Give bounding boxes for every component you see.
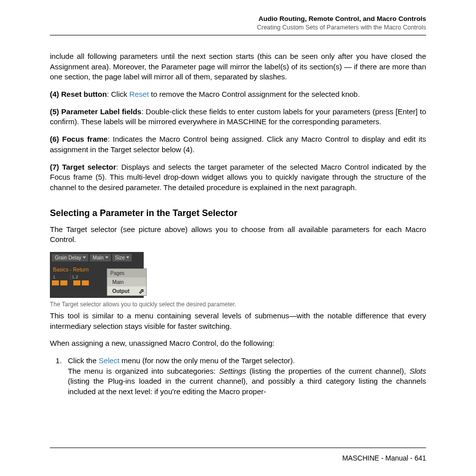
step-1: Click the Select menu (for now the only …: [64, 356, 426, 397]
cell[interactable]: [82, 280, 89, 285]
cell-row: [52, 280, 105, 285]
paragraph-intro: include all following parameters until t…: [50, 51, 426, 82]
chevron-down-icon: [126, 256, 129, 258]
step-1-mid: menu (for now the only menu of the Targe…: [119, 356, 295, 365]
basics-return-label: Basics - Return: [52, 264, 105, 273]
figure-caption: The Target selector allows you to quickl…: [50, 301, 426, 308]
paragraph-assign: When assigning a new, unassigned Macro C…: [50, 338, 426, 349]
item-4-post: to remove the Macro Control assignment f…: [149, 90, 360, 98]
page-header: Audio Routing, Remote Control, and Macro…: [50, 15, 426, 35]
paragraph-tool: This tool is similar to a menu containin…: [50, 311, 426, 331]
item-4-pre: : Click: [107, 90, 129, 98]
item-6: (6) Focus frame: Indicates the Macro Con…: [50, 134, 426, 155]
pages-dropdown[interactable]: Pages Main Output ⬀: [107, 268, 147, 296]
crumb-main[interactable]: Main: [90, 254, 111, 261]
figure-canvas: Grain Delay Main Size Basics - Return 1 …: [50, 252, 144, 298]
cell[interactable]: [60, 280, 67, 285]
cell-label-2: 1.2: [70, 274, 89, 279]
steps-list: Click the Select menu (for now the only …: [50, 356, 426, 397]
cursor-icon: ⬀: [139, 287, 144, 295]
dropdown-item-main[interactable]: Main: [107, 277, 146, 286]
item-5: (5) Parameter Label fields: Double-click…: [50, 107, 426, 127]
step-1-body-mid1: (listing the properties of the current c…: [246, 367, 409, 375]
item-4-num: (4): [50, 90, 59, 98]
chevron-down-icon: [105, 256, 108, 258]
header-subtitle: Creating Custom Sets of Parameters with …: [50, 24, 426, 31]
item-5-label: Parameter Label fields: [61, 107, 142, 116]
select-link[interactable]: Select: [99, 356, 120, 365]
item-7: (7) Target selector: Displays and select…: [50, 162, 426, 193]
dropdown-item-output[interactable]: Output ⬀: [107, 286, 146, 295]
breadcrumb-row: Grain Delay Main Size: [52, 254, 142, 261]
settings-italic: Settings: [219, 367, 246, 375]
cell[interactable]: [52, 280, 59, 285]
slots-italic: Slots: [410, 367, 426, 375]
header-title: Audio Routing, Remote Control, and Macro…: [50, 15, 426, 22]
reset-link[interactable]: Reset: [129, 90, 149, 98]
item-4: (4) Reset button: Click Reset to remove …: [50, 89, 426, 100]
item-6-num: (6): [50, 135, 59, 143]
body-content: include all following parameters until t…: [50, 51, 426, 397]
crumb-grain-delay[interactable]: Grain Delay: [52, 254, 88, 261]
dropdown-header: Pages: [107, 269, 146, 277]
item-4-label: Reset button: [61, 90, 107, 98]
step-1-body-pre: The menu is organized into subcategories…: [68, 367, 219, 375]
item-7-label: Target selector: [62, 163, 116, 171]
section-heading: Selecting a Parameter in the Target Sele…: [50, 208, 426, 219]
step-1-pre: Click the: [68, 356, 99, 365]
item-5-num: (5): [50, 107, 59, 116]
crumb-size[interactable]: Size: [112, 254, 132, 261]
cell[interactable]: [73, 280, 80, 285]
item-7-num: (7): [50, 163, 59, 171]
step-1-body-mid2: (listing the Plug-ins loaded in the curr…: [68, 377, 426, 396]
section-intro: The Target selector (see picture above) …: [50, 225, 426, 245]
item-6-label: Focus frame: [62, 135, 108, 143]
chevron-down-icon: [83, 256, 86, 258]
cell-label-1: 1: [52, 274, 70, 279]
page-footer: MASCHINE - Manual - 641: [50, 448, 426, 462]
target-selector-figure: Grain Delay Main Size Basics - Return 1 …: [50, 252, 426, 308]
